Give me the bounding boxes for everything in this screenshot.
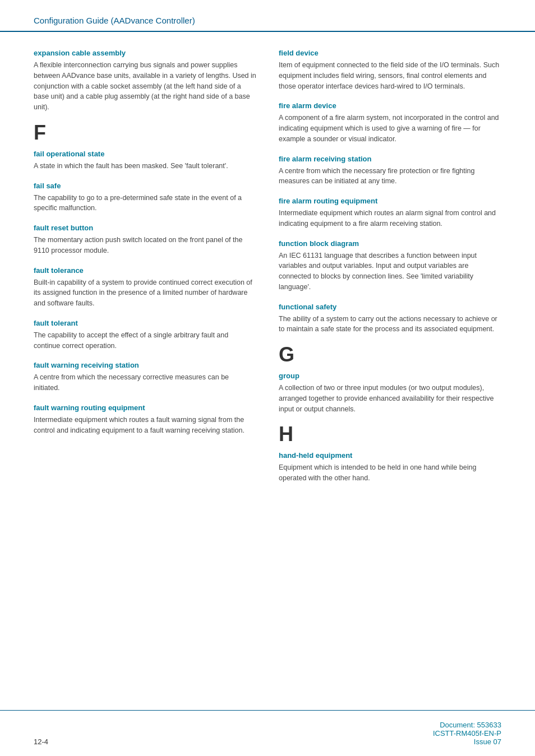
term-fault-tolerant: fault tolerant bbox=[34, 319, 256, 327]
term-fault-reset-button: fault reset button bbox=[34, 224, 256, 232]
term-fire-alarm-receiving-station: fire alarm receiving station bbox=[279, 155, 501, 163]
term-field-device: field device bbox=[279, 49, 501, 57]
def-fire-alarm-device: A component of a fire alarm system, not … bbox=[279, 113, 501, 144]
term-fault-warning-routing-equipment: fault warning routing equipment bbox=[34, 403, 256, 412]
section-h: H bbox=[279, 424, 501, 444]
doc-line3: Issue 07 bbox=[433, 738, 501, 746]
def-fault-warning-routing-equipment: Intermediate equipment which routes a fa… bbox=[34, 415, 256, 436]
entry-fault-tolerance: fault tolerance Built-in capability of a… bbox=[34, 266, 256, 309]
def-hand-held-equipment: Equipment which is intended to be held i… bbox=[279, 462, 501, 484]
page-title: Configuration Guide (AADvance Controller… bbox=[34, 16, 195, 25]
entry-functional-safety: functional safety The ability of a syste… bbox=[279, 303, 501, 335]
entry-function-block-diagram: function block diagram An IEC 61131 lang… bbox=[279, 239, 501, 293]
page-number: 12-4 bbox=[34, 738, 48, 746]
term-hand-held-equipment: hand-held equipment bbox=[279, 451, 501, 460]
term-fault-tolerance: fault tolerance bbox=[34, 266, 256, 275]
entry-fault-warning-receiving-station: fault warning receiving station A centre… bbox=[34, 361, 256, 393]
def-fire-alarm-receiving-station: A centre from which the necessary fire p… bbox=[279, 166, 501, 187]
section-f: F bbox=[34, 123, 256, 143]
term-fire-alarm-routing-equipment: fire alarm routing equipment bbox=[279, 197, 501, 205]
def-function-block-diagram: An IEC 61131 language that describes a f… bbox=[279, 251, 501, 293]
term-function-block-diagram: function block diagram bbox=[279, 239, 501, 248]
term-functional-safety: functional safety bbox=[279, 303, 501, 311]
entry-fail-operational-state: fail operational state A state in which … bbox=[34, 150, 256, 171]
entry-fire-alarm-receiving-station: fire alarm receiving station A centre fr… bbox=[279, 155, 501, 187]
doc-line1: Document: 553633 bbox=[433, 721, 501, 729]
term-fire-alarm-device: fire alarm device bbox=[279, 101, 501, 110]
def-fail-operational-state: A state in which the fault has been mask… bbox=[34, 161, 256, 171]
section-g: G bbox=[279, 345, 501, 365]
term-fail-safe: fail safe bbox=[34, 182, 256, 190]
page-header: Configuration Guide (AADvance Controller… bbox=[0, 0, 535, 32]
entry-fault-tolerant: fault tolerant The capability to accept … bbox=[34, 319, 256, 351]
entry-hand-held-equipment: hand-held equipment Equipment which is i… bbox=[279, 451, 501, 484]
def-fire-alarm-routing-equipment: Intermediate equipment which routes an a… bbox=[279, 208, 501, 229]
def-field-device: Item of equipment connected to the field… bbox=[279, 60, 501, 91]
term-fault-warning-receiving-station: fault warning receiving station bbox=[34, 361, 256, 369]
term-fail-operational-state: fail operational state bbox=[34, 150, 256, 158]
entry-expansion-cable-assembly: expansion cable assembly A flexible inte… bbox=[34, 49, 256, 113]
page: Configuration Guide (AADvance Controller… bbox=[0, 0, 535, 756]
def-expansion-cable-assembly: A flexible interconnection carrying bus … bbox=[34, 60, 256, 113]
def-fault-warning-receiving-station: A centre from which the necessary correc… bbox=[34, 372, 256, 393]
entry-fail-safe: fail safe The capability to go to a pre-… bbox=[34, 182, 256, 214]
def-fault-reset-button: The momentary action push switch located… bbox=[34, 235, 256, 256]
left-column: expansion cable assembly A flexible inte… bbox=[34, 49, 256, 693]
def-group: A collection of two or three input modul… bbox=[279, 383, 501, 414]
def-fail-safe: The capability to go to a pre-determined… bbox=[34, 193, 256, 214]
term-group: group bbox=[279, 372, 501, 380]
term-expansion-cable-assembly: expansion cable assembly bbox=[34, 49, 256, 57]
entry-fire-alarm-routing-equipment: fire alarm routing equipment Intermediat… bbox=[279, 197, 501, 229]
def-fault-tolerance: Built-in capability of a system to provi… bbox=[34, 277, 256, 309]
doc-line2: ICSTT-RM405f-EN-P bbox=[433, 729, 501, 738]
entry-fault-reset-button: fault reset button The momentary action … bbox=[34, 224, 256, 256]
def-fault-tolerant: The capability to accept the effect of a… bbox=[34, 330, 256, 351]
entry-field-device: field device Item of equipment connected… bbox=[279, 49, 501, 91]
main-content: expansion cable assembly A flexible inte… bbox=[0, 32, 535, 710]
def-functional-safety: The ability of a system to carry out the… bbox=[279, 314, 501, 335]
entry-group: group A collection of two or three input… bbox=[279, 372, 501, 414]
right-column: field device Item of equipment connected… bbox=[279, 49, 501, 693]
entry-fire-alarm-device: fire alarm device A component of a fire … bbox=[279, 101, 501, 144]
document-info: Document: 553633 ICSTT-RM405f-EN-P Issue… bbox=[433, 721, 501, 746]
entry-fault-warning-routing-equipment: fault warning routing equipment Intermed… bbox=[34, 403, 256, 436]
page-footer: 12-4 Document: 553633 ICSTT-RM405f-EN-P … bbox=[0, 710, 535, 756]
